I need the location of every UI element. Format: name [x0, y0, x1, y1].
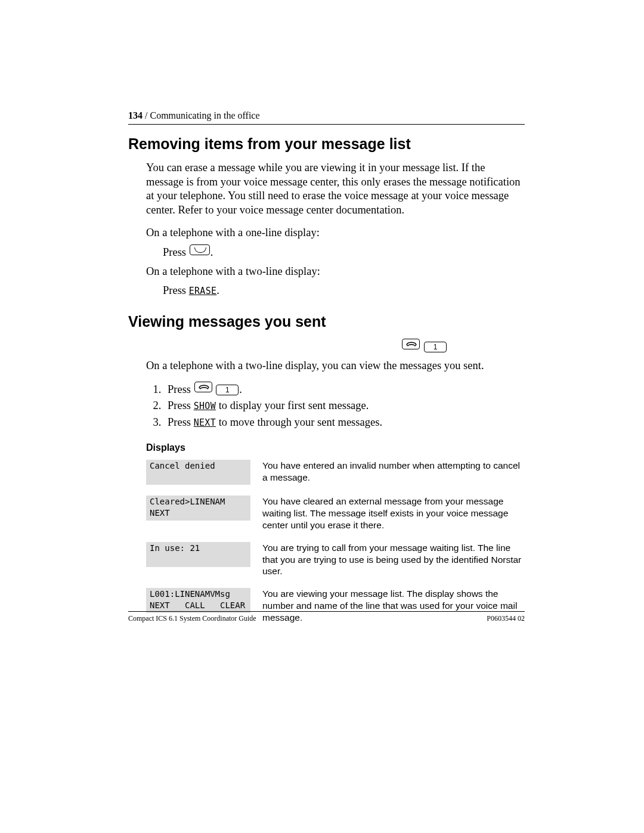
press-word: Press — [163, 246, 189, 258]
hold-key-icon — [190, 244, 210, 255]
display-line1: Cleared>LINENAM — [146, 496, 250, 508]
display-screen: In use: 21 — [146, 542, 250, 577]
display-line2: NEXT — [146, 508, 250, 521]
display-screen: Cancel denied — [146, 460, 250, 485]
step-1: Press 1. — [164, 382, 525, 397]
page-footer: Compact ICS 6.1 System Coordinator Guide… — [128, 611, 525, 623]
display-line1: Cancel denied — [146, 460, 250, 472]
period-2: . — [216, 284, 219, 296]
digit-key-1: 1 — [424, 342, 447, 352]
body-removing: You can erase a message while you are vi… — [146, 161, 525, 298]
heading-removing-items: Removing items from your message list — [128, 135, 525, 153]
heading-displays: Displays — [146, 442, 525, 454]
step-3: Press NEXT to move through your sent mes… — [164, 416, 525, 430]
softkey-erase: ERASE — [189, 286, 217, 296]
display-screen: Cleared>LINENAM NEXT — [146, 496, 250, 531]
para-press-hold: Press . — [163, 244, 525, 260]
para-twoline-intro: On a telephone with a two-line display: — [146, 265, 525, 279]
footer-right: P0603544 02 — [487, 614, 525, 623]
step3-press: Press — [168, 416, 194, 428]
phone-display: L001:LINENAMVMsg NEXT CALL CLEAR — [146, 588, 250, 613]
running-head-section: Communicating in the office — [150, 110, 259, 120]
step1-period: . — [239, 383, 242, 395]
step2-tail: to display your first sent message. — [216, 400, 369, 411]
display-description: You have cleared an external message fro… — [262, 496, 525, 531]
running-head-sep: / — [143, 110, 150, 120]
display-description: You have entered an invalid number when … — [262, 460, 525, 485]
steps-list: Press 1. Press SHOW to display your firs… — [146, 382, 525, 430]
step2-press: Press — [168, 400, 194, 411]
display-line2 — [146, 472, 250, 485]
display-row: In use: 21 You are trying to call from y… — [146, 542, 525, 577]
display-row: Cancel denied You have entered an invali… — [146, 460, 525, 485]
press-word-2: Press — [163, 284, 189, 296]
softkey-show: SHOW — [194, 401, 216, 411]
display-description: You are trying to call from your message… — [262, 542, 525, 577]
heading-viewing-messages: Viewing messages you sent — [128, 313, 525, 330]
period: . — [210, 246, 213, 258]
page-content: 134 / Communicating in the office Removi… — [128, 110, 525, 634]
key-sequence-feature-1: 1 — [146, 339, 525, 354]
display-line1: L001:LINENAMVMsg — [146, 588, 250, 600]
step3-tail: to move through your sent messages. — [216, 416, 382, 428]
para-oneline-intro: On a telephone with a one-line display: — [146, 226, 525, 240]
softkey-next: NEXT — [194, 417, 216, 428]
feature-key-icon — [402, 339, 420, 349]
para-removing-intro: You can erase a message while you are vi… — [146, 161, 525, 218]
display-line1: In use: 21 — [146, 542, 250, 555]
step-2: Press SHOW to display your first sent me… — [164, 399, 525, 413]
para-viewing-intro: On a telephone with a two-line display, … — [146, 359, 525, 373]
body-viewing: 1 On a telephone with a two-line display… — [146, 339, 525, 623]
phone-display: Cleared>LINENAM NEXT — [146, 496, 250, 521]
display-row: Cleared>LINENAM NEXT You have cleared an… — [146, 496, 525, 531]
para-press-erase: Press ERASE. — [163, 284, 525, 298]
step1-press: Press — [168, 383, 194, 395]
page-number: 134 — [128, 110, 143, 120]
feature-key-icon-2 — [194, 382, 212, 392]
phone-display: In use: 21 — [146, 542, 250, 567]
phone-display: Cancel denied — [146, 460, 250, 485]
running-head: 134 / Communicating in the office — [128, 110, 525, 125]
digit-key-1b: 1 — [216, 385, 239, 395]
footer-left: Compact ICS 6.1 System Coordinator Guide — [128, 614, 256, 623]
display-line2 — [146, 555, 250, 567]
